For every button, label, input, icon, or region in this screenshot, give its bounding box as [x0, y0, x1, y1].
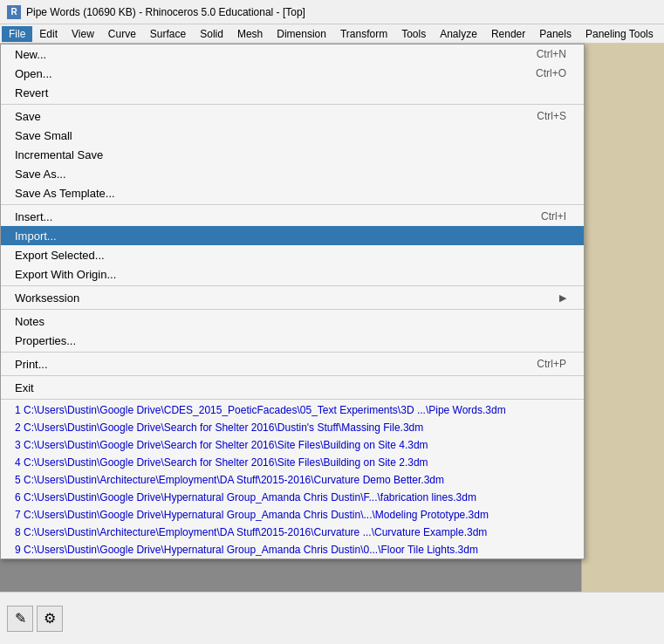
- separator-3: [1, 285, 584, 286]
- menu-item-save-as[interactable]: Save As...: [1, 164, 584, 183]
- pencil-button[interactable]: ✎: [7, 606, 33, 632]
- menu-item-import-label: Import...: [15, 230, 57, 243]
- dropdown-section-6: Print... Ctrl+P: [1, 354, 584, 373]
- menu-item-new-label: New...: [15, 48, 46, 61]
- recent-file-4[interactable]: 4 C:\Users\Dustin\Google Drive\Search fo…: [1, 454, 584, 471]
- menu-item-print[interactable]: Print... Ctrl+P: [1, 354, 584, 373]
- menu-item-properties-label: Properties...: [15, 334, 76, 347]
- menu-edit[interactable]: Edit: [32, 26, 65, 42]
- menu-item-open-label: Open...: [15, 67, 52, 80]
- menu-curve[interactable]: Curve: [101, 26, 143, 42]
- menu-item-incremental-save-label: Incremental Save: [15, 148, 103, 161]
- menu-item-export-selected-label: Export Selected...: [15, 249, 105, 262]
- separator-1: [1, 104, 584, 105]
- file-dropdown: New... Ctrl+N Open... Ctrl+O Revert Save…: [0, 44, 585, 559]
- menu-view[interactable]: View: [65, 26, 101, 42]
- menu-item-save-as-label: Save As...: [15, 168, 66, 181]
- menu-item-insert-shortcut: Ctrl+I: [541, 210, 566, 223]
- menu-item-revert-label: Revert: [15, 86, 48, 99]
- dropdown-section-4: Worksession ▶: [1, 288, 584, 307]
- menu-item-save-label: Save: [15, 110, 41, 123]
- recent-file-7[interactable]: 7 C:\Users\Dustin\Google Drive\Hypernatu…: [1, 506, 584, 524]
- menu-section[interactable]: Section: [661, 26, 664, 42]
- app-icon: R: [7, 5, 21, 19]
- menu-item-save-as-template[interactable]: Save As Template...: [1, 183, 584, 202]
- title-bar: R Pipe Words (10690 KB) - Rhinoceros 5.0…: [0, 0, 664, 24]
- recent-file-9[interactable]: 9 C:\Users\Dustin\Google Drive\Hypernatu…: [1, 541, 584, 558]
- menu-item-import[interactable]: Import...: [1, 226, 584, 245]
- menu-transform[interactable]: Transform: [333, 26, 394, 42]
- menu-item-save-small[interactable]: Save Small: [1, 126, 584, 145]
- menu-item-open[interactable]: Open... Ctrl+O: [1, 64, 584, 83]
- menu-item-worksession[interactable]: Worksession ▶: [1, 288, 584, 307]
- menu-item-save-small-label: Save Small: [15, 129, 72, 142]
- menu-item-save-shortcut: Ctrl+S: [537, 110, 566, 122]
- menu-item-revert[interactable]: Revert: [1, 83, 584, 102]
- menu-item-incremental-save[interactable]: Incremental Save: [1, 145, 584, 164]
- menu-mesh[interactable]: Mesh: [230, 26, 270, 42]
- menu-file[interactable]: File: [2, 26, 32, 42]
- menu-item-print-label: Print...: [15, 358, 48, 371]
- separator-4: [1, 309, 584, 310]
- menu-item-insert[interactable]: Insert... Ctrl+I: [1, 207, 584, 226]
- menu-solid[interactable]: Solid: [193, 26, 230, 42]
- menu-item-save-as-template-label: Save As Template...: [15, 187, 115, 200]
- menu-panels[interactable]: Panels: [532, 26, 578, 42]
- recent-file-6[interactable]: 6 C:\Users\Dustin\Google Drive\Hypernatu…: [1, 489, 584, 506]
- dropdown-section-3: Insert... Ctrl+I Import... Export Select…: [1, 207, 584, 284]
- menu-item-open-shortcut: Ctrl+O: [536, 67, 566, 79]
- menu-item-export-origin-label: Export With Origin...: [15, 268, 116, 281]
- dropdown-section-1: New... Ctrl+N Open... Ctrl+O Revert: [1, 45, 584, 102]
- recent-file-5[interactable]: 5 C:\Users\Dustin\Architecture\Employmen…: [1, 471, 584, 489]
- menu-item-properties[interactable]: Properties...: [1, 331, 584, 350]
- recent-files-section: 1 C:\Users\Dustin\Google Drive\CDES_2015…: [1, 401, 584, 558]
- menu-item-notes-label: Notes: [15, 315, 44, 328]
- menu-item-save[interactable]: Save Ctrl+S: [1, 106, 584, 126]
- separator-7: [1, 399, 584, 400]
- menu-render[interactable]: Render: [484, 26, 532, 42]
- recent-file-3[interactable]: 3 C:\Users\Dustin\Google Drive\Search fo…: [1, 436, 584, 454]
- menu-item-new-shortcut: Ctrl+N: [537, 48, 566, 60]
- menu-item-print-shortcut: Ctrl+P: [537, 358, 566, 370]
- menu-item-insert-label: Insert...: [15, 210, 52, 223]
- separator-2: [1, 204, 584, 205]
- recent-file-8[interactable]: 8 C:\Users\Dustin\Architecture\Employmen…: [1, 524, 584, 541]
- separator-5: [1, 352, 584, 353]
- bottom-toolbar: ✎ ⚙: [0, 592, 664, 644]
- dropdown-section-5: Notes Properties...: [1, 312, 584, 350]
- dropdown-section-7: Exit: [1, 378, 584, 397]
- right-panel: [581, 44, 664, 593]
- menu-tools[interactable]: Tools: [394, 26, 433, 42]
- menu-surface[interactable]: Surface: [143, 26, 193, 42]
- menu-paneling-tools[interactable]: Paneling Tools: [578, 26, 661, 42]
- menu-item-export-origin[interactable]: Export With Origin...: [1, 264, 584, 284]
- dropdown-section-2: Save Ctrl+S Save Small Incremental Save …: [1, 106, 584, 202]
- window-title: Pipe Words (10690 KB) - Rhinoceros 5.0 E…: [26, 6, 305, 18]
- menu-item-new[interactable]: New... Ctrl+N: [1, 45, 584, 64]
- menu-analyze[interactable]: Analyze: [433, 26, 484, 42]
- menu-item-notes[interactable]: Notes: [1, 312, 584, 331]
- menu-item-exit-label: Exit: [15, 381, 34, 394]
- separator-6: [1, 375, 584, 376]
- menu-dimension[interactable]: Dimension: [270, 26, 333, 42]
- menu-bar: File Edit View Curve Surface Solid Mesh …: [0, 24, 664, 44]
- worksession-arrow-icon: ▶: [559, 292, 566, 304]
- settings-button[interactable]: ⚙: [37, 606, 63, 632]
- recent-file-2[interactable]: 2 C:\Users\Dustin\Google Drive\Search fo…: [1, 419, 584, 436]
- recent-file-1[interactable]: 1 C:\Users\Dustin\Google Drive\CDES_2015…: [1, 401, 584, 419]
- menu-item-exit[interactable]: Exit: [1, 378, 584, 397]
- menu-item-export-selected[interactable]: Export Selected...: [1, 245, 584, 264]
- menu-item-worksession-label: Worksession: [15, 291, 79, 305]
